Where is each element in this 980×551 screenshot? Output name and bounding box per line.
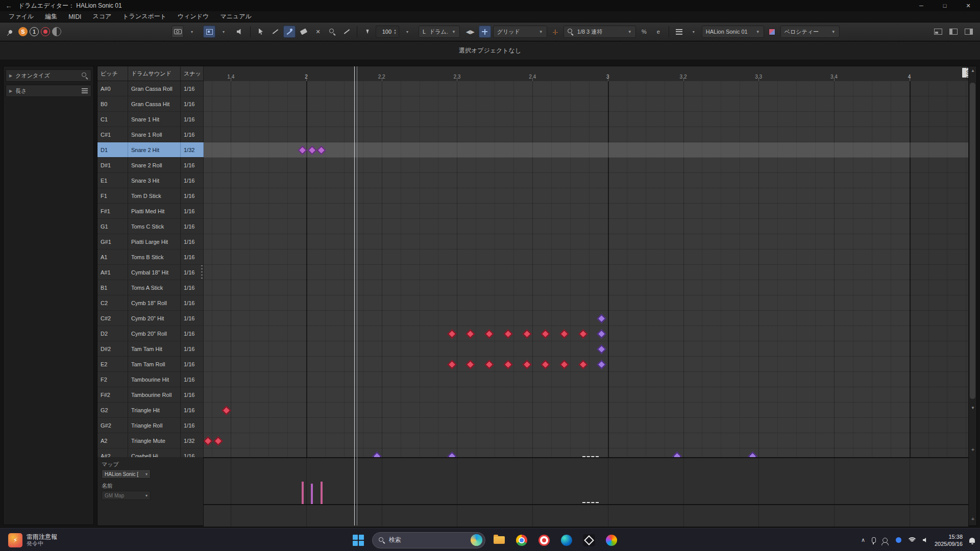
velocity-lane[interactable] [204, 457, 968, 504]
menu-item-2[interactable]: MIDI [63, 13, 87, 20]
note-diamond[interactable] [504, 360, 513, 369]
scroll-down-button[interactable]: ▼ [969, 404, 977, 411]
menu-item-3[interactable]: スコア [87, 12, 117, 21]
note-diamond[interactable] [485, 360, 494, 369]
drum-row[interactable]: F#2Tambourine Roll1/16 [97, 387, 204, 403]
snap-cell[interactable]: 1/16 [181, 188, 204, 203]
snap-cell[interactable]: 1/16 [181, 280, 204, 295]
length-mode-dropdown[interactable]: L ドラム. ▼ [419, 26, 460, 38]
note-diamond[interactable] [447, 360, 456, 369]
note-diamond[interactable] [578, 360, 587, 369]
drum-row[interactable]: A2Triangle Mute1/32 [97, 433, 204, 448]
open-in-project-button[interactable] [932, 26, 944, 38]
drum-row[interactable]: C1Snare 1 Hit1/16 [97, 112, 204, 127]
note-diamond[interactable] [485, 329, 494, 338]
snap-cell[interactable]: 1/16 [181, 372, 204, 387]
drum-row[interactable]: F1Tom D Stick1/16 [97, 188, 204, 204]
project-cursor[interactable] [354, 66, 355, 525]
line-tool[interactable] [340, 26, 353, 38]
edge-icon[interactable] [558, 532, 575, 549]
track-list-dropdown[interactable]: ▾ [688, 26, 700, 38]
snap-cell[interactable]: 1/32 [181, 142, 204, 157]
note-diamond[interactable] [597, 329, 606, 338]
vertical-scrollbar[interactable]: ▲ ▼ + + [968, 66, 976, 525]
edit-channel-button[interactable]: e [652, 26, 665, 38]
menu-item-6[interactable]: マニュアル [214, 12, 257, 21]
note-diamond[interactable] [597, 360, 606, 369]
note-diamond[interactable] [373, 452, 382, 457]
snap-cell[interactable]: 1/16 [181, 448, 204, 457]
grid-type-button[interactable]: -|- [549, 26, 561, 38]
cc74-lane[interactable] [204, 504, 968, 527]
autoscroll-dropdown[interactable]: ▾ [217, 26, 230, 38]
drum-row[interactable]: E2Tam Tam Roll1/16 [97, 357, 204, 372]
drum-row[interactable]: B1Toms A Stick1/16 [97, 280, 204, 295]
note-diamond[interactable] [466, 329, 475, 338]
drum-row[interactable]: C#1Snare 1 Roll1/16 [97, 127, 204, 142]
clock[interactable]: 15:38 2025/09/16 [935, 533, 963, 547]
note-diamond[interactable] [541, 329, 550, 338]
snap-cell[interactable]: 1/16 [181, 326, 204, 341]
select-tool[interactable] [255, 26, 267, 38]
note-diamond[interactable] [672, 452, 681, 457]
maximize-button[interactable]: □ [933, 0, 957, 11]
snap-cell[interactable]: 1/16 [181, 158, 204, 172]
note-diamond[interactable] [748, 452, 757, 457]
snapshot-dropdown[interactable]: ▾ [186, 26, 198, 38]
chrome-icon[interactable] [513, 532, 530, 549]
part-name-chip[interactable]: HALion Sonic 01 [962, 68, 968, 78]
draw-tool[interactable] [269, 26, 281, 38]
notification-bell-icon[interactable] [969, 538, 975, 543]
menu-item-5[interactable]: ウィンドウ [172, 12, 214, 21]
velocity-bar[interactable] [302, 482, 304, 504]
drum-row[interactable]: E1Snare 3 Hit1/16 [97, 173, 204, 188]
snap-cell[interactable]: 1/16 [181, 387, 204, 402]
iterative-quantize-button[interactable]: % [638, 26, 650, 38]
snap-button[interactable] [479, 26, 491, 38]
snap-cell[interactable]: 1/16 [181, 357, 204, 371]
velocity-dropdown[interactable]: ▾ [401, 26, 413, 38]
pin-button[interactable] [4, 26, 16, 38]
column-header-sound[interactable]: ドラムサウンド [128, 66, 181, 81]
name-dropdown[interactable]: GM Map▾ [102, 491, 151, 500]
drum-row[interactable]: C#2Cymb 20" Hit1/16 [97, 311, 204, 326]
hidden-icons-chevron[interactable]: ∧ [861, 537, 865, 543]
snap-cell[interactable]: 1/16 [181, 204, 204, 218]
back-arrow-icon[interactable]: ← [3, 1, 14, 10]
note-diamond[interactable] [559, 329, 569, 338]
note-diamond[interactable] [523, 329, 532, 338]
drum-row[interactable]: C2Cymb 18" Roll1/16 [97, 295, 204, 311]
snap-cell[interactable]: 1/16 [181, 96, 204, 111]
file-explorer-icon[interactable] [491, 532, 508, 549]
timeline-ruler[interactable]: HALion Sonic 01 1.422.22.32.433.23.33.44 [204, 66, 968, 82]
quantize-preset-dropdown[interactable]: 1/8 3 連符 ▼ [564, 26, 636, 38]
acoustic-feedback-button[interactable]: 1 [30, 27, 39, 36]
scroll-up-button[interactable]: ▲ [969, 67, 977, 74]
column-header-snap[interactable]: スナッ [181, 66, 204, 81]
note-diamond[interactable] [597, 314, 606, 323]
cubase-icon[interactable] [580, 532, 598, 549]
insert-velocity-spinbox[interactable]: 100 ▲▼ [376, 26, 399, 38]
window-layout-left-button[interactable] [947, 26, 960, 38]
scrollbar-thumb[interactable] [970, 83, 975, 399]
taskbar-search-box[interactable]: 検索 [372, 532, 485, 548]
drum-row[interactable]: G1Toms C Stick1/16 [97, 219, 204, 234]
insert-velocity-button[interactable] [361, 26, 374, 38]
snap-cell[interactable]: 1/16 [181, 112, 204, 127]
zoom-tool[interactable] [326, 26, 338, 38]
color-mode-dropdown[interactable]: ベロシティー ▼ [780, 26, 840, 38]
drum-row[interactable]: G#1Piatti Large Hit1/16 [97, 234, 204, 249]
drum-row[interactable]: F2Tambourine Hit1/16 [97, 372, 204, 387]
monitor-button[interactable] [52, 27, 61, 36]
minimize-button[interactable]: ─ [910, 0, 933, 11]
drum-row[interactable]: A#0Gran Cassa Roll1/16 [97, 81, 204, 96]
snap-cell[interactable]: 1/16 [181, 265, 204, 280]
menu-item-0[interactable]: ファイル [3, 12, 39, 21]
snap-cell[interactable]: 1/16 [181, 127, 204, 142]
drum-row[interactable]: G#2Triangle Roll1/16 [97, 418, 204, 433]
drum-row[interactable]: D#1Snare 2 Roll1/16 [97, 158, 204, 173]
menu-item-4[interactable]: トランスポート [117, 12, 172, 21]
note-diamond[interactable] [447, 329, 456, 338]
color-swatch-button[interactable] [766, 26, 778, 38]
note-diamond[interactable] [504, 329, 513, 338]
